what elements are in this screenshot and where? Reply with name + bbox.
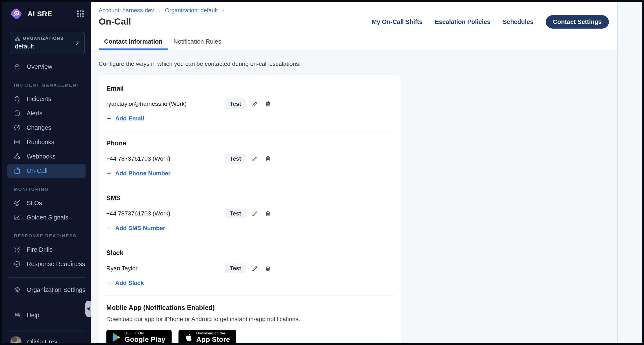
org-tree-icon bbox=[15, 36, 20, 41]
nav-section-monitoring: MONITORING bbox=[2, 178, 91, 196]
line-chart-icon bbox=[14, 214, 21, 221]
sidebar-item-organization-settings[interactable]: Organization Settings bbox=[7, 283, 86, 297]
sidebar-item-label: Fire Drills bbox=[27, 246, 52, 253]
alert-hexagon-icon bbox=[14, 110, 21, 117]
edit-pencil-icon[interactable] bbox=[251, 155, 259, 162]
tab-contact-information[interactable]: Contact Information bbox=[99, 33, 168, 50]
sidebar-item-response-readiness[interactable]: Response Readiness bbox=[7, 257, 86, 271]
sidebar-item-label: Alerts bbox=[27, 110, 42, 117]
sidebar-item-label: Changes bbox=[27, 124, 51, 131]
sidebar-item-help[interactable]: Help bbox=[7, 308, 86, 322]
delete-trash-icon[interactable] bbox=[264, 210, 272, 217]
chevron-right-icon bbox=[221, 8, 225, 13]
right-gutter bbox=[617, 2, 642, 343]
app-window: AI SRE bbox=[2, 2, 642, 343]
sidebar-nav: Overview INCIDENT MANAGEMENT Incidents A… bbox=[2, 60, 91, 331]
app-logo-icon bbox=[10, 7, 23, 20]
nav-my-on-call-shifts[interactable]: My On-Call Shifts bbox=[372, 18, 422, 26]
history-clock-icon bbox=[14, 124, 21, 131]
add-link-label: Add Email bbox=[115, 115, 144, 122]
contact-value: ryan.taylor@harness.io (Work) bbox=[106, 100, 225, 107]
nav-contact-settings-button[interactable]: Contact Settings bbox=[546, 15, 609, 28]
webhook-icon bbox=[14, 153, 21, 160]
email-section: Email ryan.taylor@harness.io (Work) Test bbox=[106, 76, 394, 131]
app-title: AI SRE bbox=[28, 10, 72, 18]
test-button[interactable]: Test bbox=[225, 209, 246, 218]
sidebar-item-incidents[interactable]: Incidents bbox=[7, 92, 86, 106]
sidebar-item-webhooks[interactable]: Webhooks bbox=[7, 150, 86, 164]
sidebar-item-label: Overview bbox=[27, 63, 52, 70]
edit-pencil-icon[interactable] bbox=[251, 100, 259, 108]
tab-notification-rules[interactable]: Notification Rules bbox=[168, 33, 227, 50]
sidebar-item-fire-drills[interactable]: Fire Drills bbox=[7, 242, 86, 256]
contact-row: Ryan Taylor Test bbox=[106, 264, 394, 273]
user-profile[interactable]: Olivia Frey bbox=[2, 332, 91, 343]
sidebar-item-alerts[interactable]: Alerts bbox=[7, 106, 86, 120]
chevron-right-icon bbox=[157, 8, 162, 13]
breadcrumb-organization[interactable]: Organization: default bbox=[165, 7, 218, 14]
badge-tagline: Download on the bbox=[196, 332, 230, 335]
add-sms-link[interactable]: Add SMS Number bbox=[106, 225, 165, 232]
tab-bar: Contact Information Notification Rules bbox=[91, 33, 617, 50]
edit-pencil-icon[interactable] bbox=[251, 264, 259, 272]
section-title: Mobile App (Notifications Enabled) bbox=[106, 304, 394, 312]
sidebar-item-golden-signals[interactable]: Golden Signals bbox=[7, 210, 86, 224]
badge-store-name: Google Play bbox=[124, 336, 165, 343]
add-email-link[interactable]: Add Email bbox=[106, 115, 144, 122]
chevron-left-icon bbox=[87, 307, 90, 311]
test-button[interactable]: Test bbox=[225, 99, 246, 109]
test-button[interactable]: Test bbox=[225, 154, 246, 164]
contact-value: +44 7873761703 (Work) bbox=[106, 155, 225, 162]
edit-pencil-icon[interactable] bbox=[251, 210, 259, 217]
mobile-app-section: Mobile App (Notifications Enabled) Downl… bbox=[106, 296, 394, 343]
breadcrumb-account[interactable]: Account: harness-dev bbox=[99, 7, 154, 14]
on-call-nav: My On-Call Shifts Escalation Policies Sc… bbox=[372, 15, 609, 28]
nav-escalation-policies[interactable]: Escalation Policies bbox=[435, 18, 490, 26]
sidebar-item-on-call[interactable]: On-Call bbox=[7, 164, 86, 178]
delete-trash-icon[interactable] bbox=[264, 100, 272, 108]
section-title: Slack bbox=[106, 249, 394, 257]
flame-icon bbox=[14, 95, 21, 102]
contact-value: +44 7873761703 (Work) bbox=[106, 210, 225, 217]
contact-row: ryan.taylor@harness.io (Work) Test bbox=[106, 99, 394, 109]
google-play-badge[interactable]: GET IT ON Google Play bbox=[106, 330, 172, 343]
sidebar: AI SRE bbox=[2, 2, 91, 343]
nav-schedules[interactable]: Schedules bbox=[503, 18, 534, 26]
sidebar-item-label: Runbooks bbox=[27, 139, 54, 146]
delete-trash-icon[interactable] bbox=[264, 264, 272, 272]
sidebar-item-label: Response Readiness bbox=[27, 260, 85, 268]
delete-trash-icon[interactable] bbox=[264, 155, 272, 162]
add-slack-link[interactable]: Add Slack bbox=[106, 280, 144, 286]
app-store-badge[interactable]: Download on the App Store bbox=[178, 330, 236, 343]
user-name: Olivia Frey bbox=[27, 338, 57, 343]
app-grid-icon[interactable] bbox=[76, 10, 85, 18]
sidebar-item-label: Organization Settings bbox=[27, 286, 85, 293]
add-phone-link[interactable]: Add Phone Number bbox=[106, 170, 170, 177]
test-button[interactable]: Test bbox=[225, 264, 246, 273]
sidebar-item-label: Golden Signals bbox=[27, 214, 68, 221]
breadcrumb: Account: harness-dev Organization: defau… bbox=[99, 2, 617, 14]
sidebar-divider bbox=[7, 277, 86, 278]
plus-icon bbox=[106, 280, 112, 286]
add-link-label: Add SMS Number bbox=[115, 225, 165, 232]
help-chat-icon bbox=[14, 312, 21, 319]
sidebar-item-label: Incidents bbox=[27, 96, 51, 102]
sidebar-item-label: On-Call bbox=[27, 168, 48, 174]
chevron-right-icon bbox=[74, 40, 80, 46]
sidebar-collapse-handle[interactable] bbox=[85, 301, 91, 317]
badge-tagline: GET IT ON bbox=[124, 332, 165, 335]
stopwatch-icon bbox=[14, 246, 21, 253]
sidebar-item-slos[interactable]: SLOs bbox=[7, 196, 86, 210]
section-title: Phone bbox=[106, 140, 394, 147]
sidebar-item-changes[interactable]: Changes bbox=[7, 121, 86, 134]
organization-selector[interactable]: ORGANIZATIONS default bbox=[10, 32, 85, 54]
plus-icon bbox=[106, 170, 112, 176]
sidebar-item-runbooks[interactable]: Runbooks bbox=[7, 135, 86, 149]
nav-section-incident-management: INCIDENT MANAGEMENT bbox=[2, 74, 91, 92]
main-content: Configure the ways in which you can be c… bbox=[91, 50, 617, 343]
section-title: Email bbox=[106, 85, 394, 92]
sidebar-item-overview[interactable]: Overview bbox=[7, 60, 86, 74]
intro-text: Configure the ways in which you can be c… bbox=[99, 60, 617, 67]
org-selector-value: default bbox=[15, 43, 74, 50]
brand-row: AI SRE bbox=[2, 2, 91, 20]
